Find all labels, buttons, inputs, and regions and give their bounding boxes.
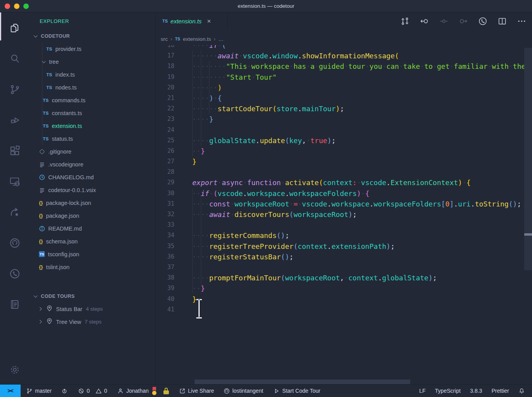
code-line-34[interactable]: 34····registerCommands(); <box>156 230 532 241</box>
line-number[interactable]: 35 <box>156 241 174 252</box>
code-line-16[interactable]: 16····if·( <box>156 45 532 51</box>
line-number[interactable]: 31 <box>156 199 174 209</box>
sidebar-file-commands.ts[interactable]: TScommands.ts <box>29 94 155 107</box>
line-number[interactable]: 39 <box>156 283 174 294</box>
code-line-22[interactable]: 22······startCodeTour(store.mainTour); <box>156 103 532 114</box>
extensions-icon[interactable] <box>0 135 29 166</box>
eol-indicator[interactable]: LF <box>419 388 425 394</box>
sidebar-file-.vscodeignore[interactable]: .vscodeignore <box>29 158 155 171</box>
minimize-window-button[interactable] <box>14 3 19 9</box>
line-number[interactable]: 32 <box>156 209 174 220</box>
close-tab-icon[interactable]: × <box>207 18 211 24</box>
section-header-code-tours[interactable]: CODE TOURS <box>29 290 155 303</box>
sidebar-file-index.ts[interactable]: TSindex.ts <box>29 68 155 81</box>
live-share-button[interactable]: Live Share <box>179 388 214 394</box>
line-number[interactable]: 18 <box>156 61 174 72</box>
code-line-17[interactable]: 17······await·vscode.window.showInformat… <box>156 51 532 61</box>
language-mode[interactable]: TypeScript <box>435 388 461 394</box>
sidebar-file-codetour-0.0.1.vsix[interactable]: codetour-0.0.1.vsix <box>29 184 155 196</box>
line-number[interactable]: 37 <box>156 262 174 273</box>
github-icon[interactable] <box>0 227 29 258</box>
sidebar-file-extension.ts[interactable]: TSextension.ts <box>29 119 155 132</box>
code-line-41[interactable]: 41 <box>156 304 532 315</box>
code-line-23[interactable]: 23····} <box>156 114 532 124</box>
sidebar-file-tsconfig.json[interactable]: TStsconfig.json <box>29 248 155 261</box>
breadcrumb-item-symbol[interactable]: … <box>218 36 224 42</box>
line-number[interactable]: 27 <box>156 156 174 167</box>
line-number[interactable]: 16 <box>156 45 174 51</box>
code-line-19[interactable]: 19········"Start·Tour" <box>156 72 532 82</box>
close-window-button[interactable] <box>5 3 10 9</box>
code-line-26[interactable]: 26··} <box>156 146 532 156</box>
line-number[interactable]: 25 <box>156 135 174 146</box>
record-step-icon[interactable] <box>439 16 449 26</box>
run-and-debug-icon[interactable] <box>0 105 29 135</box>
code-line-32[interactable]: 32····await·discoverTours(workspaceRoot)… <box>156 209 532 220</box>
code-line-30[interactable]: 30··if·(vscode.workspace.workspaceFolder… <box>156 188 532 199</box>
open-changes-icon[interactable] <box>400 16 410 26</box>
notifications-bell-icon[interactable] <box>518 388 525 394</box>
publish-changes-button[interactable] <box>61 388 68 394</box>
split-editor-icon[interactable] <box>497 16 507 26</box>
formatter-indicator[interactable]: Prettier <box>492 388 509 394</box>
sidebar-file-provider.ts[interactable]: TSprovider.ts <box>29 42 155 55</box>
line-number[interactable]: 41 <box>156 304 174 315</box>
code-tour-item-status-bar[interactable]: Status Bar4 steps <box>29 303 155 315</box>
extension-version[interactable]: 3.8.3 <box>470 388 482 394</box>
remote-explorer-icon[interactable] <box>0 166 29 197</box>
code-line-31[interactable]: 31····const·workspaceRoot·=·vscode.works… <box>156 199 532 209</box>
search-icon[interactable] <box>0 43 29 74</box>
sidebar-file-package-lock.json[interactable]: {}package-lock.json <box>29 196 155 209</box>
problems-item[interactable]: 0 0 <box>78 388 107 394</box>
live-share-icon[interactable] <box>0 197 29 227</box>
vertical-scrollbar[interactable] <box>524 45 532 384</box>
more-actions-icon[interactable] <box>517 16 527 26</box>
sidebar-file-tree[interactable]: tree <box>29 55 155 68</box>
remote-indicator[interactable]: >< <box>0 385 21 397</box>
code-line-39[interactable]: 39··} <box>156 283 532 294</box>
line-number[interactable]: 29 <box>156 177 174 188</box>
code-line-20[interactable]: 20······) <box>156 82 532 93</box>
code-editor[interactable]: 16····if·(17······await·vscode.window.sh… <box>156 45 532 384</box>
line-number[interactable]: 34 <box>156 230 174 241</box>
line-number[interactable]: 19 <box>156 72 174 82</box>
line-number[interactable]: 22 <box>156 103 174 114</box>
sidebar-file-package.json[interactable]: {}package.json <box>29 209 155 222</box>
code-tour-icon[interactable] <box>0 258 29 289</box>
sidebar-file-constants.ts[interactable]: TSconstants.ts <box>29 107 155 119</box>
line-number[interactable]: 21 <box>156 93 174 103</box>
navigate-forward-icon[interactable] <box>458 16 468 26</box>
line-number[interactable]: 17 <box>156 51 174 61</box>
code-tour-item-tree-view[interactable]: Tree View7 steps <box>29 315 155 328</box>
live-share-user-item[interactable]: Jonathan <box>117 388 149 394</box>
code-line-28[interactable]: 28 <box>156 167 532 177</box>
navigate-back-icon[interactable] <box>420 16 429 26</box>
code-line-24[interactable]: 24 <box>156 125 532 135</box>
code-line-40[interactable]: 40} <box>156 294 532 304</box>
source-control-icon[interactable] <box>0 74 29 105</box>
scrollbar-thumb[interactable] <box>524 48 532 270</box>
line-number[interactable]: 30 <box>156 188 174 199</box>
line-number[interactable]: 28 <box>156 167 174 177</box>
code-line-33[interactable]: 33 <box>156 220 532 230</box>
line-number[interactable]: 24 <box>156 125 174 135</box>
breadcrumb-item-file[interactable]: extension.ts <box>183 36 211 42</box>
line-number[interactable]: 40 <box>156 294 174 304</box>
code-line-27[interactable]: 27} <box>156 156 532 167</box>
line-number[interactable]: 20 <box>156 82 174 93</box>
journal-icon[interactable] <box>0 289 29 320</box>
line-number[interactable]: 23 <box>156 114 174 124</box>
sidebar-file-tslint.json[interactable]: {}tslint.json <box>29 261 155 273</box>
code-tour-icon[interactable] <box>478 16 488 26</box>
sidebar-file-CHANGELOG.md[interactable]: CHANGELOG.md <box>29 171 155 184</box>
zoom-window-button[interactable] <box>23 3 29 9</box>
sidebar-file-schema.json[interactable]: {}schema.json <box>29 235 155 248</box>
tab-extension-ts[interactable]: TS extension.ts × <box>156 12 228 30</box>
explorer-icon[interactable] <box>0 12 29 43</box>
code-line-18[interactable]: 18········"This·workspace·has·a·guided·t… <box>156 61 532 72</box>
line-number[interactable]: 36 <box>156 252 174 262</box>
code-line-37[interactable]: 37 <box>156 262 532 273</box>
code-line-25[interactable]: 25····globalState.update(key,·true); <box>156 135 532 146</box>
line-number[interactable]: 33 <box>156 220 174 230</box>
line-number[interactable]: 38 <box>156 273 174 283</box>
